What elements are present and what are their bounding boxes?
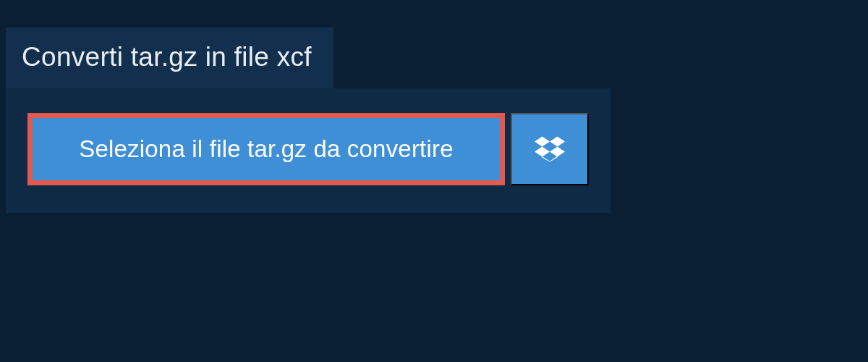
- dropbox-button[interactable]: [511, 113, 589, 185]
- select-file-label: Seleziona il file tar.gz da convertire: [79, 135, 454, 163]
- select-file-button[interactable]: Seleziona il file tar.gz da convertire: [27, 113, 505, 185]
- dropbox-icon: [535, 134, 565, 164]
- converter-panel: Seleziona il file tar.gz da convertire: [6, 88, 610, 213]
- header-tab: Converti tar.gz in file xcf: [6, 28, 333, 88]
- page-title: Converti tar.gz in file xcf: [22, 42, 312, 72]
